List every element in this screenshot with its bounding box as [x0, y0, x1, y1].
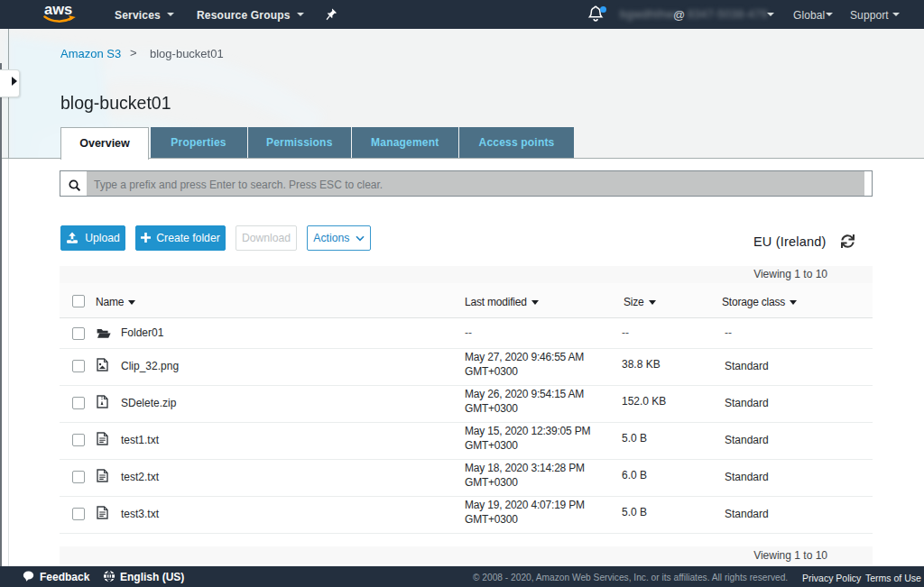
svg-text:aws: aws [44, 1, 72, 17]
